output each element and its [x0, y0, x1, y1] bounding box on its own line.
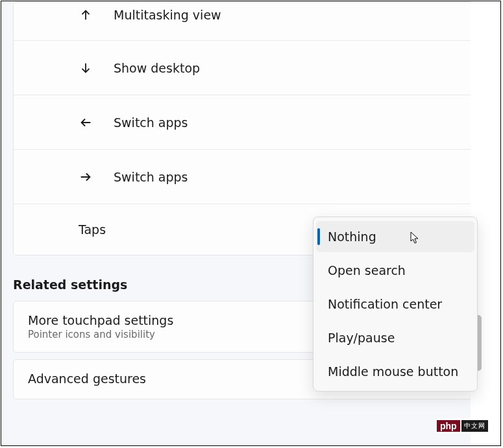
gesture-label: Multitasking view — [114, 8, 221, 22]
gesture-row-show-desktop[interactable]: Show desktop — [14, 41, 485, 95]
gesture-label: Switch apps — [114, 115, 188, 130]
dropdown-item-label: Play/pause — [328, 331, 395, 345]
dropdown-item-label: Notification center — [328, 297, 442, 311]
watermark: php 中文网 — [437, 418, 500, 434]
dropdown-item-label: Middle mouse button — [328, 364, 458, 379]
gesture-row-multitasking[interactable]: Multitasking view — [14, 2, 485, 41]
arrow-left-icon — [79, 115, 93, 130]
watermark-php: php — [437, 420, 460, 432]
dropdown-item-notification-center[interactable]: Notification center — [313, 287, 477, 321]
arrow-up-icon — [79, 8, 93, 22]
gesture-label: Show desktop — [114, 61, 200, 75]
gesture-row-switch-apps-prev[interactable]: Switch apps — [14, 95, 485, 150]
watermark-cn: 中文网 — [461, 420, 488, 432]
taps-dropdown-menu: Nothing Open search Notification center … — [313, 217, 478, 392]
dropdown-item-middle-mouse[interactable]: Middle mouse button — [313, 355, 477, 388]
arrow-right-icon — [79, 170, 93, 184]
taps-label: Taps — [79, 222, 106, 237]
gesture-row-switch-apps-next[interactable]: Switch apps — [14, 150, 485, 204]
dropdown-item-label: Nothing — [328, 230, 376, 244]
dropdown-item-open-search[interactable]: Open search — [313, 253, 477, 287]
dropdown-item-label: Open search — [328, 263, 406, 277]
arrow-down-icon — [79, 61, 93, 75]
dropdown-item-play-pause[interactable]: Play/pause — [313, 321, 477, 355]
gesture-label: Switch apps — [114, 170, 188, 184]
dropdown-item-nothing[interactable]: Nothing — [316, 221, 474, 252]
